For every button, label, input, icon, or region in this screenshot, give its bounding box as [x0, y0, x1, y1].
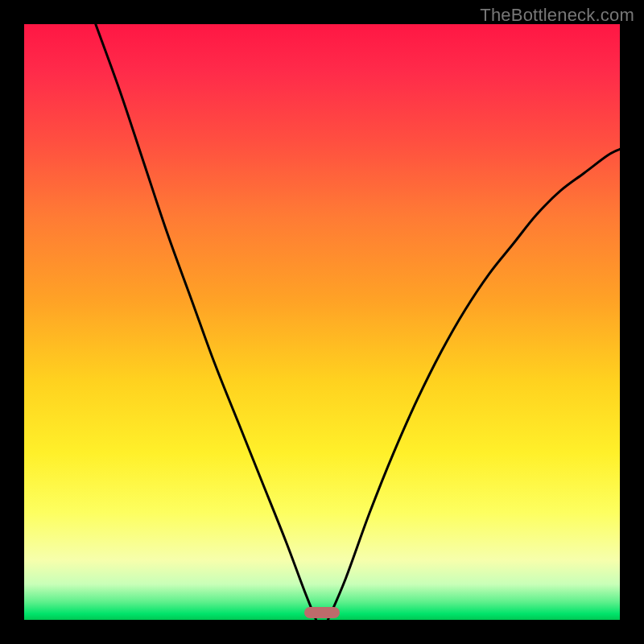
plot-area: [24, 24, 620, 620]
right-curve: [328, 149, 620, 620]
bottleneck-marker: [304, 607, 340, 618]
curve-overlay: [24, 24, 620, 620]
left-curve: [96, 24, 316, 620]
watermark-text: TheBottleneck.com: [480, 5, 634, 26]
